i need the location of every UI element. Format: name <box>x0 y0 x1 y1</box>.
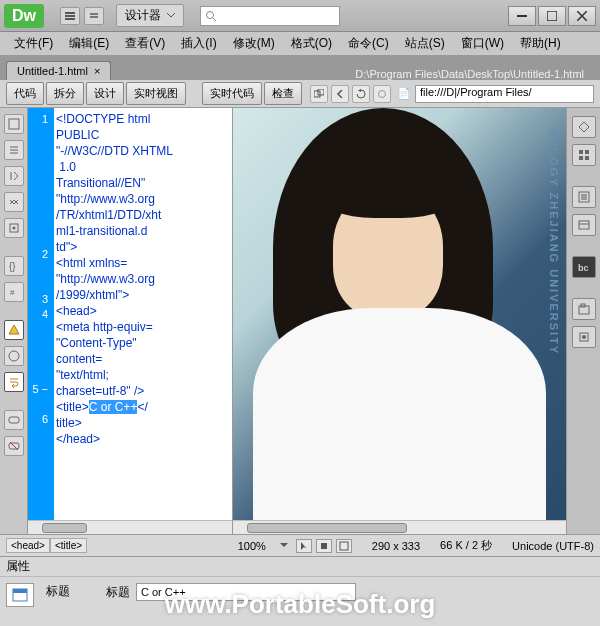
maximize-button[interactable] <box>538 6 566 26</box>
title-input[interactable] <box>136 583 356 601</box>
svg-rect-8 <box>318 89 324 95</box>
menu-edit[interactable]: 编辑(E) <box>63 33 115 54</box>
close-button[interactable] <box>568 6 596 26</box>
select-tool-icon[interactable] <box>296 539 312 553</box>
collapse-toggle-icon[interactable]: − <box>42 383 48 395</box>
code-toolbar: {} # <box>0 108 28 534</box>
properties-panel: 属性 标题 标题 <box>0 556 600 626</box>
address-icon: 📄 <box>397 87 411 100</box>
highlight-invalid-icon[interactable] <box>4 320 24 340</box>
preview-image: NOLOGY ZHEJIANG UNIVERSITY <box>233 108 566 534</box>
code-content[interactable]: <!DOCTYPE html PUBLIC "-//W3C//DTD XHTML… <box>54 108 232 534</box>
selected-text: C or C++ <box>89 400 138 414</box>
menu-window[interactable]: 窗口(W) <box>455 33 510 54</box>
svg-rect-7 <box>314 91 320 97</box>
files-panel-icon[interactable] <box>572 298 596 320</box>
svg-rect-31 <box>321 543 327 549</box>
hand-tool-icon[interactable] <box>316 539 332 553</box>
menu-help[interactable]: 帮助(H) <box>514 33 567 54</box>
properties-header[interactable]: 属性 <box>0 557 600 577</box>
document-tab[interactable]: Untitled-1.html × <box>6 61 111 80</box>
inspect-button[interactable]: 检查 <box>264 82 302 105</box>
svg-rect-0 <box>65 12 75 14</box>
menu-insert[interactable]: 插入(I) <box>175 33 222 54</box>
svg-rect-16 <box>9 417 19 423</box>
titlebar: Dw 设计器 <box>0 0 600 32</box>
menu-site[interactable]: 站点(S) <box>399 33 451 54</box>
tab-label: Untitled-1.html <box>17 65 88 77</box>
property-type-label: 标题 <box>46 583 70 600</box>
menu-view[interactable]: 查看(V) <box>119 33 171 54</box>
extend-menu-icon[interactable] <box>84 7 104 25</box>
code-horizontal-scrollbar[interactable] <box>28 520 232 534</box>
refresh-icon[interactable] <box>352 85 370 103</box>
code-pane[interactable]: 1 2 3 4 5 − 6 <!DOCTYPE html PUBLIC "-//… <box>28 108 233 534</box>
svg-rect-1 <box>65 15 75 17</box>
word-wrap-icon[interactable] <box>4 372 24 392</box>
bc-panel-icon[interactable]: bc <box>572 256 596 278</box>
address-bar[interactable]: file:///D|/Program Files/ <box>415 85 594 103</box>
svg-rect-20 <box>585 150 589 154</box>
zoom-dropdown-icon[interactable] <box>280 543 288 548</box>
download-size: 66 K / 2 秒 <box>440 538 492 553</box>
open-documents-icon[interactable] <box>4 114 24 134</box>
menu-file[interactable]: 文件(F) <box>8 33 59 54</box>
preview-horizontal-scrollbar[interactable] <box>233 520 566 534</box>
svg-rect-10 <box>9 119 19 129</box>
panel-dock: bc <box>566 108 600 534</box>
apply-comment-icon[interactable] <box>4 410 24 430</box>
search-input[interactable] <box>200 6 340 26</box>
design-preview-pane[interactable]: NOLOGY ZHEJIANG UNIVERSITY <box>233 108 566 534</box>
view-livecode-button[interactable]: 实时代码 <box>202 82 262 105</box>
minimize-button[interactable] <box>508 6 536 26</box>
ap-elements-panel-icon[interactable] <box>572 186 596 208</box>
tag-selector[interactable]: <head><title> <box>6 538 87 553</box>
view-code-button[interactable]: 代码 <box>6 82 44 105</box>
view-design-button[interactable]: 设计 <box>86 82 124 105</box>
workspace-label: 设计器 <box>125 7 161 24</box>
syntax-error-icon[interactable] <box>4 346 24 366</box>
line-numbers-icon[interactable]: # <box>4 282 24 302</box>
select-parent-icon[interactable] <box>4 218 24 238</box>
view-split-button[interactable]: 拆分 <box>46 82 84 105</box>
business-catalyst-panel-icon[interactable] <box>572 214 596 236</box>
statusbar: <head><title> 100% 290 x 333 66 K / 2 秒 … <box>0 534 600 556</box>
svg-rect-19 <box>579 150 583 154</box>
svg-point-30 <box>582 335 586 339</box>
layout-menu-icon[interactable] <box>60 7 80 25</box>
workspace-switcher[interactable]: 设计器 <box>116 4 184 27</box>
multiscreen-icon[interactable] <box>310 85 328 103</box>
encoding: Unicode (UTF-8) <box>512 540 594 552</box>
window-size[interactable]: 290 x 333 <box>372 540 420 552</box>
chevron-down-icon <box>167 13 175 18</box>
expand-all-icon[interactable] <box>4 192 24 212</box>
balance-braces-icon[interactable]: {} <box>4 256 24 276</box>
show-code-nav-icon[interactable] <box>4 140 24 160</box>
browser-nav-back-icon[interactable] <box>331 85 349 103</box>
tag-title[interactable]: <title> <box>50 538 87 553</box>
svg-rect-32 <box>340 542 348 550</box>
tag-head[interactable]: <head> <box>6 538 50 553</box>
stop-icon[interactable] <box>373 85 391 103</box>
tab-close-icon[interactable]: × <box>94 65 100 77</box>
document-toolbar: 代码 拆分 设计 实时视图 实时代码 检查 📄 file:///D|/Progr… <box>0 80 600 108</box>
document-path: D:\Program Files\Data\DeskTop\Untitled-1… <box>355 68 600 80</box>
collapse-tag-icon[interactable] <box>4 166 24 186</box>
assets-panel-icon[interactable] <box>572 326 596 348</box>
menu-commands[interactable]: 命令(C) <box>342 33 395 54</box>
zoom-level[interactable]: 100% <box>238 540 266 552</box>
css-styles-panel-icon[interactable] <box>572 144 596 166</box>
svg-rect-5 <box>517 15 527 17</box>
menu-format[interactable]: 格式(O) <box>285 33 338 54</box>
svg-text:{}: {} <box>9 261 16 272</box>
page-properties-icon[interactable] <box>6 583 34 607</box>
background-text: NOLOGY ZHEJIANG UNIVERSITY <box>548 128 560 355</box>
insert-panel-icon[interactable] <box>572 116 596 138</box>
title-field-label: 标题 <box>106 584 130 601</box>
svg-rect-6 <box>547 11 557 21</box>
svg-rect-21 <box>579 156 583 160</box>
remove-comment-icon[interactable] <box>4 436 24 456</box>
zoom-tool-icon[interactable] <box>336 539 352 553</box>
menu-modify[interactable]: 修改(M) <box>227 33 281 54</box>
view-live-button[interactable]: 实时视图 <box>126 82 186 105</box>
